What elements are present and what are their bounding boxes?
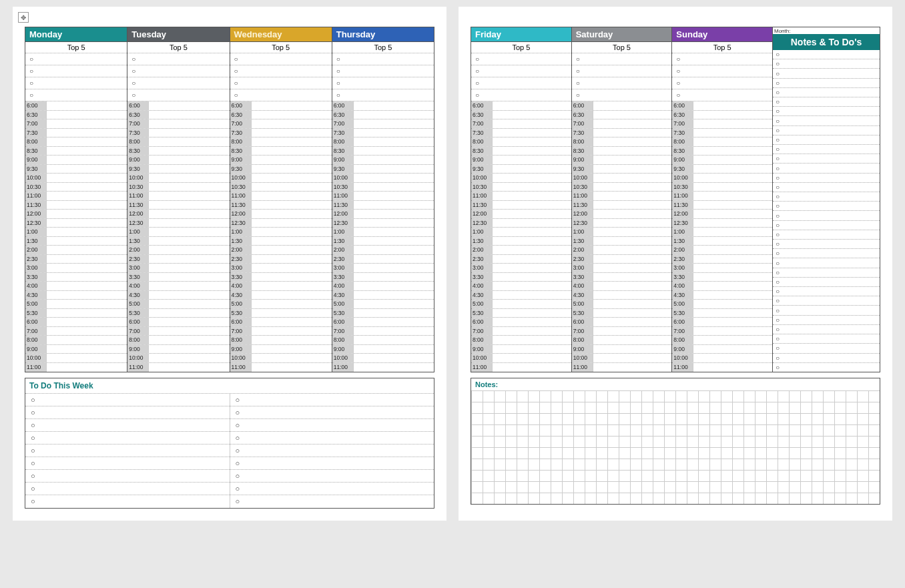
- time-row[interactable]: 8:00: [672, 336, 772, 345]
- top5-item[interactable]: [332, 77, 434, 89]
- time-row[interactable]: 4:00: [471, 282, 571, 291]
- time-row[interactable]: 1:30: [230, 237, 332, 246]
- notes-todo-item[interactable]: [773, 135, 880, 145]
- time-input[interactable]: [693, 327, 772, 336]
- time-row[interactable]: 12:00: [25, 210, 127, 219]
- time-input[interactable]: [693, 309, 772, 318]
- time-row[interactable]: 6:00: [127, 101, 229, 111]
- time-input[interactable]: [693, 192, 772, 200]
- time-row[interactable]: 9:30: [332, 165, 434, 174]
- notes-todo-item[interactable]: [773, 316, 880, 325]
- time-row[interactable]: 12:30: [127, 219, 229, 228]
- time-row[interactable]: 3:00: [572, 264, 672, 273]
- time-row[interactable]: 6:30: [230, 111, 332, 120]
- time-input[interactable]: [693, 137, 772, 146]
- time-input[interactable]: [252, 228, 332, 236]
- time-input[interactable]: [252, 291, 332, 300]
- time-input[interactable]: [252, 210, 332, 218]
- time-row[interactable]: 7:00: [471, 327, 571, 336]
- time-row[interactable]: 12:30: [471, 219, 571, 228]
- time-row[interactable]: 11:30: [332, 201, 434, 210]
- top5-item[interactable]: [127, 53, 229, 65]
- time-row[interactable]: 7:00: [25, 327, 127, 336]
- time-input[interactable]: [354, 210, 434, 218]
- time-input[interactable]: [593, 201, 672, 210]
- time-input[interactable]: [354, 156, 434, 164]
- time-row[interactable]: 11:00: [572, 192, 672, 201]
- time-input[interactable]: [693, 119, 772, 128]
- time-input[interactable]: [593, 273, 672, 282]
- todo-week-item[interactable]: [230, 406, 434, 419]
- time-input[interactable]: [47, 219, 127, 228]
- time-input[interactable]: [354, 137, 434, 146]
- todo-week-item[interactable]: [230, 495, 434, 508]
- time-input[interactable]: [493, 300, 571, 308]
- time-input[interactable]: [47, 363, 127, 372]
- time-row[interactable]: 4:30: [127, 291, 229, 300]
- time-input[interactable]: [593, 237, 672, 246]
- time-row[interactable]: 7:00: [127, 119, 229, 129]
- time-input[interactable]: [252, 165, 332, 174]
- time-input[interactable]: [252, 119, 332, 128]
- top5-item[interactable]: [332, 89, 434, 101]
- time-input[interactable]: [354, 147, 434, 156]
- time-row[interactable]: 3:30: [127, 273, 229, 282]
- time-row[interactable]: 1:30: [672, 237, 772, 246]
- top5-item[interactable]: [471, 77, 571, 89]
- time-row[interactable]: 2:00: [672, 246, 772, 255]
- notes-todo-item[interactable]: [773, 97, 880, 107]
- time-row[interactable]: 9:30: [672, 165, 772, 174]
- time-input[interactable]: [252, 318, 332, 326]
- time-input[interactable]: [149, 156, 229, 164]
- time-input[interactable]: [493, 192, 571, 200]
- time-row[interactable]: 1:00: [672, 228, 772, 237]
- time-row[interactable]: 11:30: [25, 201, 127, 210]
- time-input[interactable]: [47, 119, 127, 128]
- time-input[interactable]: [593, 101, 672, 110]
- time-row[interactable]: 7:30: [332, 129, 434, 138]
- time-input[interactable]: [493, 219, 571, 228]
- time-row[interactable]: 8:00: [25, 137, 127, 147]
- time-row[interactable]: 8:00: [471, 336, 571, 345]
- time-row[interactable]: 8:30: [672, 147, 772, 156]
- todo-week-item[interactable]: [230, 470, 434, 483]
- notes-todo-item[interactable]: [773, 126, 880, 135]
- time-row[interactable]: 12:00: [471, 210, 571, 219]
- top5-item[interactable]: [672, 89, 772, 101]
- time-input[interactable]: [693, 228, 772, 236]
- time-input[interactable]: [252, 354, 332, 362]
- time-input[interactable]: [354, 183, 434, 192]
- time-row[interactable]: 3:30: [572, 273, 672, 282]
- time-input[interactable]: [493, 273, 571, 282]
- time-row[interactable]: 10:00: [572, 174, 672, 183]
- top5-item[interactable]: [572, 77, 672, 89]
- time-row[interactable]: 7:00: [672, 119, 772, 129]
- top5-item[interactable]: [230, 53, 332, 65]
- time-input[interactable]: [252, 201, 332, 210]
- time-input[interactable]: [354, 165, 434, 174]
- time-row[interactable]: 7:00: [230, 119, 332, 129]
- time-row[interactable]: 2:30: [572, 255, 672, 264]
- time-row[interactable]: 7:00: [672, 327, 772, 336]
- time-input[interactable]: [47, 174, 127, 182]
- top5-item[interactable]: [471, 65, 571, 77]
- time-input[interactable]: [354, 237, 434, 246]
- time-row[interactable]: 4:00: [25, 282, 127, 291]
- time-input[interactable]: [693, 129, 772, 137]
- notes-todo-item[interactable]: [773, 354, 880, 363]
- time-row[interactable]: 10:30: [25, 183, 127, 192]
- time-input[interactable]: [354, 201, 434, 210]
- time-row[interactable]: 11:00: [127, 363, 229, 372]
- notes-todo-item[interactable]: [773, 59, 880, 69]
- time-row[interactable]: 3:00: [25, 264, 127, 273]
- time-row[interactable]: 7:00: [230, 327, 332, 336]
- time-input[interactable]: [252, 237, 332, 246]
- time-row[interactable]: 4:00: [672, 282, 772, 291]
- todo-week-item[interactable]: [25, 483, 230, 495]
- time-row[interactable]: 7:30: [230, 129, 332, 138]
- time-row[interactable]: 7:30: [471, 129, 571, 138]
- time-input[interactable]: [493, 246, 571, 254]
- notes-todo-item[interactable]: [773, 268, 880, 278]
- time-input[interactable]: [493, 309, 571, 318]
- time-input[interactable]: [493, 363, 571, 372]
